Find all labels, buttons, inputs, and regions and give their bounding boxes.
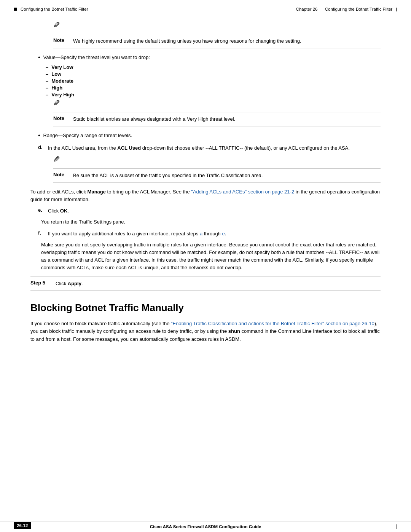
step-f-text: If you want to apply additional rules to… — [48, 230, 226, 238]
sub-item-verylow: – Very Low — [46, 64, 381, 70]
warning-para: Make sure you do not specify overlapping… — [41, 241, 381, 272]
bullet-range-text: Range—Specify a range of threat levels. — [43, 132, 132, 139]
step-5-label: Step 5 — [30, 280, 49, 286]
para-manage: To add or edit ACLs, click Manage to bri… — [30, 188, 381, 203]
note-box-2: Note Static blacklist entries are always… — [53, 112, 381, 126]
header-right: Chapter 26 Configuring the Botnet Traffi… — [296, 7, 397, 11]
dash-5: – — [46, 92, 48, 97]
note-label-1: Note — [53, 37, 68, 43]
header-left-label: Configuring the Botnet Traffic Filter — [21, 7, 88, 11]
page-footer: 26-12 Cisco ASA Series Firewall ASDM Con… — [0, 521, 411, 532]
step-5: Step 5 Click Apply. — [30, 276, 381, 291]
header-black-square — [14, 8, 17, 11]
header-left: Configuring the Botnet Traffic Filter — [14, 7, 88, 11]
note-box-1: Note We highly recommend using the defau… — [53, 34, 381, 48]
step-d-label: d. — [38, 144, 45, 150]
bullet-range: • Range—Specify a range of threat levels… — [30, 132, 381, 140]
bullet-dot-1: • — [38, 54, 40, 62]
step-5-text: Click Apply. — [56, 280, 83, 288]
note-label-3: Note — [53, 172, 68, 177]
dash-2: – — [46, 71, 48, 77]
sub-label-verylow: Very Low — [51, 64, 73, 70]
step-e: e. Click OK. — [38, 207, 381, 215]
note-text-3: Be sure the ACL is a subset of the traff… — [73, 172, 263, 179]
sub-label-high: High — [51, 85, 62, 91]
bullet-dot-2: • — [38, 132, 40, 140]
note-text-1: We highly recommend using the default se… — [73, 37, 301, 45]
dash-4: – — [46, 85, 48, 91]
page-header: Configuring the Botnet Traffic Filter Ch… — [0, 0, 411, 14]
sub-list: – Very Low – Low – Moderate – High – Ver… — [46, 64, 381, 97]
main-content: ✎ Note We highly recommend using the def… — [0, 14, 411, 521]
step-f-label: f. — [38, 230, 45, 236]
section-heading: Blocking Botnet Traffic Manually — [30, 302, 381, 314]
sub-item-moderate: – Moderate — [46, 78, 381, 84]
bullet-value-text: Value—Specify the threat level you want … — [43, 54, 150, 61]
sub-item-veryhigh: – Very High — [46, 92, 381, 97]
step-e-sub-text: You return to the Traffic Settings pane. — [41, 218, 381, 226]
sub-label-low: Low — [51, 71, 61, 77]
footer-center-text: Cisco ASA Series Firewall ASDM Configura… — [150, 524, 261, 529]
note-label-2: Note — [53, 115, 68, 121]
step-e-label: e. — [38, 207, 45, 213]
link-step-e[interactable]: e — [222, 231, 225, 236]
footer-right-rule — [397, 524, 397, 529]
dash-1: – — [46, 64, 48, 70]
pencil-icon-2: ✎ — [53, 99, 60, 107]
note-text-2: Static blacklist entries are always desi… — [73, 115, 235, 123]
dash-3: – — [46, 78, 48, 84]
header-title: Configuring the Botnet Traffic Filter — [325, 7, 393, 11]
step-d-text: In the ACL Used area, from the ACL Used … — [48, 144, 350, 152]
link-adding-acls[interactable]: "Adding ACLs and ACEs" section on page 2… — [191, 189, 294, 195]
step-d: d. In the ACL Used area, from the ACL Us… — [38, 144, 381, 152]
section-para: If you choose not to block malware traff… — [30, 320, 381, 343]
sub-item-low: – Low — [46, 71, 381, 77]
sub-item-high: – High — [46, 85, 381, 91]
pencil-icon-3: ✎ — [53, 155, 60, 164]
step-f: f. If you want to apply additional rules… — [38, 230, 381, 238]
pencil-icon-1: ✎ — [53, 21, 60, 29]
sub-label-moderate: Moderate — [51, 78, 73, 84]
page-number: 26-12 — [14, 522, 31, 529]
sub-label-veryhigh: Very High — [51, 92, 74, 97]
header-chapter: Chapter 26 — [296, 7, 318, 11]
note-box-3: Note Be sure the ACL is a subset of the … — [53, 168, 381, 183]
bullet-value: • Value—Specify the threat level you wan… — [30, 54, 381, 62]
step-e-text: Click OK. — [48, 207, 69, 215]
link-enabling-traffic[interactable]: "Enabling Traffic Classification and Act… — [171, 321, 374, 326]
link-step-a[interactable]: a — [200, 231, 202, 236]
